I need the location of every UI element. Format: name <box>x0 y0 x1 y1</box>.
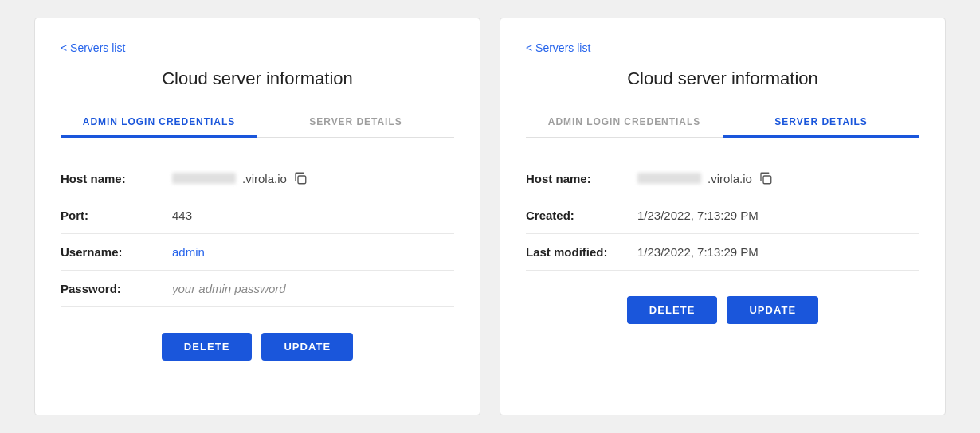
field-username-left: Username: admin <box>61 234 454 271</box>
right-panel: < Servers list Cloud server information … <box>500 18 946 415</box>
svg-rect-1 <box>763 176 771 184</box>
value-password-left: your admin password <box>172 282 286 295</box>
right-tabs: ADMIN LOGIN CREDENTIALS SERVER DETAILS <box>526 108 919 138</box>
value-created-right: 1/23/2022, 7:13:29 PM <box>637 209 759 222</box>
delete-button-right[interactable]: DELETE <box>627 296 718 324</box>
right-panel-title: Cloud server information <box>526 68 919 89</box>
label-hostname-right: Host name: <box>526 172 637 185</box>
left-panel-title: Cloud server information <box>61 68 454 89</box>
delete-button-left[interactable]: DELETE <box>162 333 253 361</box>
value-hostname-left: .virola.io <box>172 171 308 185</box>
svg-rect-0 <box>298 176 306 184</box>
tab-admin-creds-right[interactable]: ADMIN LOGIN CREDENTIALS <box>526 108 723 138</box>
update-button-right[interactable]: UPDATE <box>727 296 818 324</box>
value-username-left: admin <box>172 245 205 259</box>
copy-icon-hostname-left[interactable] <box>293 171 308 185</box>
field-password-left: Password: your admin password <box>61 271 454 307</box>
field-port-left: Port: 443 <box>61 197 454 234</box>
hostname-domain-right: .virola.io <box>708 172 752 185</box>
left-tabs: ADMIN LOGIN CREDENTIALS SERVER DETAILS <box>61 108 454 138</box>
field-last-modified-right: Last modified: 1/23/2022, 7:13:29 PM <box>526 234 919 271</box>
copy-icon-hostname-right[interactable] <box>759 171 773 185</box>
tab-server-details-left[interactable]: SERVER DETAILS <box>257 108 454 138</box>
right-buttons: DELETE UPDATE <box>526 296 919 324</box>
value-hostname-right: .virola.io <box>637 171 773 185</box>
back-link-right[interactable]: < Servers list <box>526 41 590 54</box>
left-panel: < Servers list Cloud server information … <box>34 18 480 415</box>
label-created-right: Created: <box>526 209 637 222</box>
hostname-blurred-left <box>172 173 236 184</box>
field-created-right: Created: 1/23/2022, 7:13:29 PM <box>526 197 919 234</box>
update-button-left[interactable]: UPDATE <box>261 333 353 361</box>
field-hostname-right: Host name: .virola.io <box>526 160 919 197</box>
hostname-blurred-right <box>637 173 701 184</box>
value-port-left: 443 <box>172 209 192 222</box>
label-password-left: Password: <box>61 282 172 295</box>
label-username-left: Username: <box>61 245 172 259</box>
left-buttons: DELETE UPDATE <box>61 333 454 361</box>
label-port-left: Port: <box>61 209 172 222</box>
back-link-left[interactable]: < Servers list <box>61 41 125 54</box>
hostname-domain-left: .virola.io <box>242 172 287 185</box>
tab-server-details-right[interactable]: SERVER DETAILS <box>723 108 919 138</box>
field-hostname-left: Host name: .virola.io <box>61 160 454 197</box>
tab-admin-creds-left[interactable]: ADMIN LOGIN CREDENTIALS <box>61 108 257 138</box>
value-last-modified-right: 1/23/2022, 7:13:29 PM <box>637 245 759 259</box>
label-hostname-left: Host name: <box>61 172 172 185</box>
label-last-modified-right: Last modified: <box>526 245 637 259</box>
